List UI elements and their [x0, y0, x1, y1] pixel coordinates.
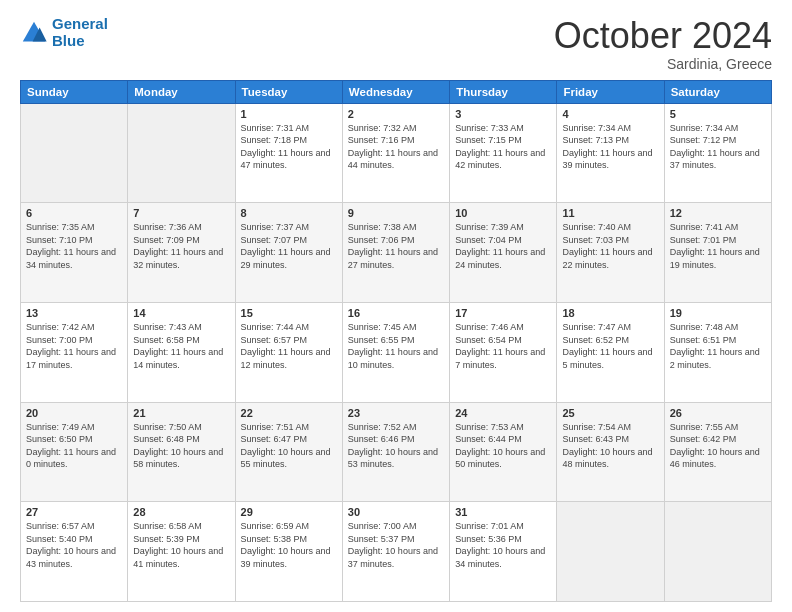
day-cell: 2 Sunrise: 7:32 AMSunset: 7:16 PMDayligh… [342, 103, 449, 203]
logo: General Blue [20, 16, 108, 49]
day-number: 3 [455, 108, 551, 120]
day-cell: 31 Sunrise: 7:01 AMSunset: 5:36 PMDaylig… [450, 502, 557, 602]
day-number: 31 [455, 506, 551, 518]
day-number: 17 [455, 307, 551, 319]
day-number: 7 [133, 207, 229, 219]
day-detail: Sunrise: 7:51 AMSunset: 6:47 PMDaylight:… [241, 422, 331, 470]
day-detail: Sunrise: 7:38 AMSunset: 7:06 PMDaylight:… [348, 222, 438, 270]
col-saturday: Saturday [664, 80, 771, 103]
page: General Blue October 2024 Sardinia, Gree… [0, 0, 792, 612]
day-cell: 22 Sunrise: 7:51 AMSunset: 6:47 PMDaylig… [235, 402, 342, 502]
day-detail: Sunrise: 7:49 AMSunset: 6:50 PMDaylight:… [26, 422, 116, 470]
day-detail: Sunrise: 7:33 AMSunset: 7:15 PMDaylight:… [455, 123, 545, 171]
day-detail: Sunrise: 7:34 AMSunset: 7:12 PMDaylight:… [670, 123, 760, 171]
day-cell: 1 Sunrise: 7:31 AMSunset: 7:18 PMDayligh… [235, 103, 342, 203]
day-cell: 10 Sunrise: 7:39 AMSunset: 7:04 PMDaylig… [450, 203, 557, 303]
day-cell: 6 Sunrise: 7:35 AMSunset: 7:10 PMDayligh… [21, 203, 128, 303]
day-number: 16 [348, 307, 444, 319]
day-cell: 4 Sunrise: 7:34 AMSunset: 7:13 PMDayligh… [557, 103, 664, 203]
day-detail: Sunrise: 7:41 AMSunset: 7:01 PMDaylight:… [670, 222, 760, 270]
day-cell [128, 103, 235, 203]
day-detail: Sunrise: 6:59 AMSunset: 5:38 PMDaylight:… [241, 521, 331, 569]
day-cell: 11 Sunrise: 7:40 AMSunset: 7:03 PMDaylig… [557, 203, 664, 303]
day-detail: Sunrise: 7:45 AMSunset: 6:55 PMDaylight:… [348, 322, 438, 370]
day-number: 5 [670, 108, 766, 120]
day-number: 21 [133, 407, 229, 419]
day-number: 8 [241, 207, 337, 219]
day-detail: Sunrise: 7:54 AMSunset: 6:43 PMDaylight:… [562, 422, 652, 470]
week-row-1: 6 Sunrise: 7:35 AMSunset: 7:10 PMDayligh… [21, 203, 772, 303]
day-cell: 13 Sunrise: 7:42 AMSunset: 7:00 PMDaylig… [21, 302, 128, 402]
week-row-0: 1 Sunrise: 7:31 AMSunset: 7:18 PMDayligh… [21, 103, 772, 203]
day-number: 1 [241, 108, 337, 120]
col-thursday: Thursday [450, 80, 557, 103]
day-detail: Sunrise: 7:47 AMSunset: 6:52 PMDaylight:… [562, 322, 652, 370]
day-detail: Sunrise: 6:58 AMSunset: 5:39 PMDaylight:… [133, 521, 223, 569]
day-detail: Sunrise: 7:42 AMSunset: 7:00 PMDaylight:… [26, 322, 116, 370]
day-cell: 14 Sunrise: 7:43 AMSunset: 6:58 PMDaylig… [128, 302, 235, 402]
day-detail: Sunrise: 6:57 AMSunset: 5:40 PMDaylight:… [26, 521, 116, 569]
day-number: 29 [241, 506, 337, 518]
day-number: 15 [241, 307, 337, 319]
day-detail: Sunrise: 7:37 AMSunset: 7:07 PMDaylight:… [241, 222, 331, 270]
title-location: Sardinia, Greece [554, 56, 772, 72]
day-detail: Sunrise: 7:01 AMSunset: 5:36 PMDaylight:… [455, 521, 545, 569]
col-friday: Friday [557, 80, 664, 103]
day-detail: Sunrise: 7:39 AMSunset: 7:04 PMDaylight:… [455, 222, 545, 270]
day-detail: Sunrise: 7:55 AMSunset: 6:42 PMDaylight:… [670, 422, 760, 470]
col-sunday: Sunday [21, 80, 128, 103]
logo-line2: Blue [52, 32, 85, 49]
day-cell: 27 Sunrise: 6:57 AMSunset: 5:40 PMDaylig… [21, 502, 128, 602]
day-number: 22 [241, 407, 337, 419]
day-cell: 28 Sunrise: 6:58 AMSunset: 5:39 PMDaylig… [128, 502, 235, 602]
day-cell: 25 Sunrise: 7:54 AMSunset: 6:43 PMDaylig… [557, 402, 664, 502]
day-cell: 7 Sunrise: 7:36 AMSunset: 7:09 PMDayligh… [128, 203, 235, 303]
day-cell: 8 Sunrise: 7:37 AMSunset: 7:07 PMDayligh… [235, 203, 342, 303]
day-detail: Sunrise: 7:53 AMSunset: 6:44 PMDaylight:… [455, 422, 545, 470]
day-detail: Sunrise: 7:44 AMSunset: 6:57 PMDaylight:… [241, 322, 331, 370]
day-detail: Sunrise: 7:36 AMSunset: 7:09 PMDaylight:… [133, 222, 223, 270]
day-cell: 29 Sunrise: 6:59 AMSunset: 5:38 PMDaylig… [235, 502, 342, 602]
logo-text: General Blue [52, 16, 108, 49]
col-monday: Monday [128, 80, 235, 103]
day-number: 20 [26, 407, 122, 419]
day-cell: 21 Sunrise: 7:50 AMSunset: 6:48 PMDaylig… [128, 402, 235, 502]
col-tuesday: Tuesday [235, 80, 342, 103]
day-detail: Sunrise: 7:31 AMSunset: 7:18 PMDaylight:… [241, 123, 331, 171]
week-row-2: 13 Sunrise: 7:42 AMSunset: 7:00 PMDaylig… [21, 302, 772, 402]
title-month: October 2024 [554, 16, 772, 56]
day-number: 26 [670, 407, 766, 419]
col-wednesday: Wednesday [342, 80, 449, 103]
week-row-3: 20 Sunrise: 7:49 AMSunset: 6:50 PMDaylig… [21, 402, 772, 502]
day-number: 10 [455, 207, 551, 219]
day-number: 14 [133, 307, 229, 319]
day-cell [21, 103, 128, 203]
day-cell: 23 Sunrise: 7:52 AMSunset: 6:46 PMDaylig… [342, 402, 449, 502]
logo-icon [20, 19, 48, 47]
day-detail: Sunrise: 7:50 AMSunset: 6:48 PMDaylight:… [133, 422, 223, 470]
logo-line1: General [52, 15, 108, 32]
day-cell: 30 Sunrise: 7:00 AMSunset: 5:37 PMDaylig… [342, 502, 449, 602]
calendar-table: Sunday Monday Tuesday Wednesday Thursday… [20, 80, 772, 602]
day-number: 25 [562, 407, 658, 419]
day-number: 9 [348, 207, 444, 219]
day-cell: 9 Sunrise: 7:38 AMSunset: 7:06 PMDayligh… [342, 203, 449, 303]
day-number: 12 [670, 207, 766, 219]
day-detail: Sunrise: 7:52 AMSunset: 6:46 PMDaylight:… [348, 422, 438, 470]
day-number: 2 [348, 108, 444, 120]
day-cell: 15 Sunrise: 7:44 AMSunset: 6:57 PMDaylig… [235, 302, 342, 402]
day-number: 19 [670, 307, 766, 319]
day-number: 6 [26, 207, 122, 219]
day-detail: Sunrise: 7:32 AMSunset: 7:16 PMDaylight:… [348, 123, 438, 171]
day-detail: Sunrise: 7:40 AMSunset: 7:03 PMDaylight:… [562, 222, 652, 270]
day-detail: Sunrise: 7:00 AMSunset: 5:37 PMDaylight:… [348, 521, 438, 569]
day-detail: Sunrise: 7:35 AMSunset: 7:10 PMDaylight:… [26, 222, 116, 270]
day-cell: 24 Sunrise: 7:53 AMSunset: 6:44 PMDaylig… [450, 402, 557, 502]
day-cell [557, 502, 664, 602]
day-cell: 19 Sunrise: 7:48 AMSunset: 6:51 PMDaylig… [664, 302, 771, 402]
day-cell: 12 Sunrise: 7:41 AMSunset: 7:01 PMDaylig… [664, 203, 771, 303]
day-number: 11 [562, 207, 658, 219]
day-detail: Sunrise: 7:48 AMSunset: 6:51 PMDaylight:… [670, 322, 760, 370]
day-cell: 16 Sunrise: 7:45 AMSunset: 6:55 PMDaylig… [342, 302, 449, 402]
day-cell: 18 Sunrise: 7:47 AMSunset: 6:52 PMDaylig… [557, 302, 664, 402]
